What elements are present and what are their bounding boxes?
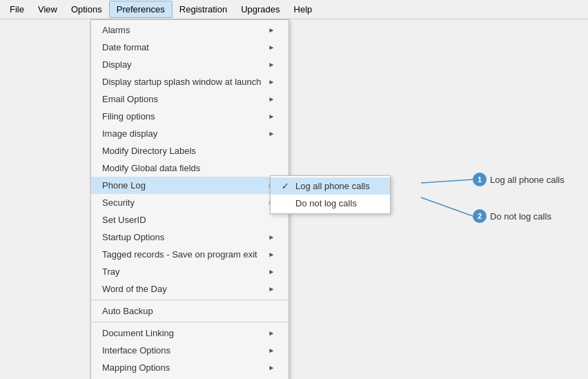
menu-help[interactable]: Help <box>287 1 320 17</box>
menu-item-date-format[interactable]: Date format ► <box>91 39 288 56</box>
menu-item-auto-backup[interactable]: Auto Backup ► <box>91 302 288 320</box>
arrow-icon: ► <box>268 95 275 103</box>
menu-item-word-of-day[interactable]: Word of the Day ► <box>91 280 288 298</box>
check-icon: ✓ <box>282 181 293 191</box>
menu-registration[interactable]: Registration <box>173 1 234 17</box>
annotation-bubble-2: 2 <box>473 209 487 223</box>
menu-item-startup-options[interactable]: Startup Options ► <box>91 229 288 246</box>
menu-item-tray[interactable]: Tray ► <box>91 263 288 280</box>
annotation-bubble-1: 1 <box>473 173 487 186</box>
arrow-icon: ► <box>268 113 275 120</box>
arrow-icon: ► <box>268 364 275 371</box>
menu-item-tagged-records[interactable]: Tagged records - Save on program exit ► <box>91 246 288 263</box>
annotation-text-2: Do not log calls <box>490 211 551 222</box>
arrow-icon: ► <box>268 61 275 68</box>
arrow-icon: ► <box>268 329 275 337</box>
svg-line-1 <box>421 197 473 216</box>
menubar: File View Options Preferences Registrati… <box>0 0 588 19</box>
phone-log-submenu: ✓ Log all phone calls Do not log calls <box>270 175 391 214</box>
menu-file[interactable]: File <box>3 1 31 17</box>
arrow-icon: ► <box>268 285 275 293</box>
check-placeholder <box>282 198 293 208</box>
menu-item-interface-options[interactable]: Interface Options ► <box>91 342 288 359</box>
menu-item-phone-log[interactable]: Phone Log ► ✓ Log all phone calls Do not… <box>91 177 288 194</box>
menu-item-image-display[interactable]: Image display ► <box>91 125 288 142</box>
svg-line-0 <box>421 179 473 183</box>
menu-item-document-linking[interactable]: Document Linking ► <box>91 324 288 342</box>
menu-item-alarms[interactable]: Alarms ► <box>91 21 288 39</box>
menu-item-modify-global[interactable]: Modify Global data fields ► <box>91 159 288 177</box>
main-content: Alarms ► Date format ► Display ► Display… <box>0 19 588 379</box>
menu-item-display-startup[interactable]: Display startup splash window at launch … <box>91 73 288 90</box>
submenu-log-all[interactable]: ✓ Log all phone calls <box>271 177 390 195</box>
menu-item-display[interactable]: Display ► <box>91 56 288 73</box>
menu-item-filing-options[interactable]: Filing options ► <box>91 108 288 125</box>
separator-2 <box>91 322 288 322</box>
arrow-icon: ► <box>268 233 275 241</box>
menu-view[interactable]: View <box>31 1 64 17</box>
menu-item-set-userid[interactable]: Set UserID ► <box>91 211 288 229</box>
separator-1 <box>91 300 288 300</box>
submenu-do-not-log[interactable]: Do not log calls <box>271 195 390 212</box>
menu-upgrades[interactable]: Upgrades <box>234 1 286 17</box>
arrow-icon: ► <box>268 78 275 86</box>
menu-item-mapping-options[interactable]: Mapping Options ► <box>91 359 288 376</box>
annotation-text-1: Log all phone calls <box>490 175 565 185</box>
preferences-menu: Alarms ► Date format ► Display ► Display… <box>90 19 289 379</box>
arrow-icon: ► <box>268 251 275 258</box>
arrow-icon: ► <box>268 347 275 354</box>
arrow-icon: ► <box>268 26 275 34</box>
menu-item-quick-tips[interactable]: Quick Tips ► <box>91 376 288 379</box>
arrow-icon: ► <box>268 43 275 51</box>
arrow-icon: ► <box>268 268 275 275</box>
arrow-icon: ► <box>268 130 275 137</box>
menu-item-email-options[interactable]: Email Options ► <box>91 90 288 108</box>
menu-options[interactable]: Options <box>64 1 109 17</box>
preferences-dropdown: Alarms ► Date format ► Display ► Display… <box>90 19 289 379</box>
menu-item-security[interactable]: Security ► <box>91 194 288 211</box>
menu-item-modify-directory[interactable]: Modify Directory Labels ► <box>91 142 288 159</box>
menu-preferences[interactable]: Preferences <box>109 1 173 18</box>
